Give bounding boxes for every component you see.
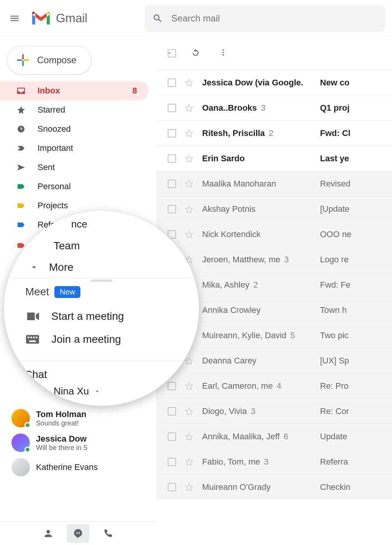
chat-contact[interactable]: Nina Xu: [54, 385, 101, 397]
row-checkbox[interactable]: [168, 104, 176, 112]
avatar: [11, 434, 30, 452]
email-subject: Fwd: Cl: [320, 128, 350, 138]
email-subject: [Update: [320, 204, 350, 214]
email-sender: Erin Sardo: [202, 154, 320, 164]
row-checkbox[interactable]: [168, 180, 176, 188]
row-checkbox[interactable]: [168, 79, 176, 87]
star-button[interactable]: [185, 457, 194, 466]
chat-contact[interactable]: Katherine Evans: [11, 455, 149, 480]
star-button[interactable]: [185, 129, 194, 138]
join-meeting-button[interactable]: Join a meeting: [26, 333, 121, 345]
search-icon: [152, 13, 163, 24]
row-checkbox[interactable]: [168, 154, 176, 163]
presence-dot: [31, 395, 37, 401]
chat-contact[interactable]: Jessica Dow Will be there in 5: [11, 430, 149, 455]
email-row[interactable]: Fabio, Tom, me 3Referra: [156, 449, 392, 474]
email-row[interactable]: Ritesh, Priscilla 2Fwd: Cl: [156, 120, 392, 146]
sidebar-item-important[interactable]: Important: [0, 139, 149, 158]
chevron-down-icon: [167, 51, 172, 56]
svg-rect-1: [22, 61, 24, 66]
email-subject: Re: Pro: [320, 381, 349, 391]
search-input[interactable]: [172, 13, 377, 24]
email-row[interactable]: Nick KortendickOOO ne: [156, 221, 392, 247]
email-row[interactable]: Jeroen, Matthew, me 3Logo re: [156, 247, 392, 272]
star-button[interactable]: [185, 78, 194, 87]
star-button[interactable]: [185, 483, 194, 492]
email-row[interactable]: Earl, Cameron, me 4Re: Pro: [156, 373, 392, 398]
row-checkbox[interactable]: [168, 129, 176, 137]
row-checkbox[interactable]: [168, 407, 176, 416]
start-meeting-button[interactable]: Start a meeting: [26, 310, 124, 322]
chat-contact-name: Nina Xu: [54, 385, 89, 397]
email-sender: Ritesh, Priscilla 2: [202, 128, 320, 138]
contacts-button[interactable]: [37, 524, 59, 543]
email-row[interactable]: Oana..Brooks 3Q1 proj: [156, 95, 392, 120]
star-button[interactable]: [185, 381, 194, 391]
star-icon: [16, 105, 26, 115]
refresh-icon: [191, 47, 201, 57]
partial-text: nce: [71, 218, 87, 230]
main-menu-icon[interactable]: [7, 11, 22, 26]
star-button[interactable]: [185, 356, 194, 365]
star-button[interactable]: [185, 230, 194, 239]
sidebar-item-inbox[interactable]: Inbox 8: [0, 81, 149, 100]
sidebar-more[interactable]: More: [29, 261, 74, 273]
chat-section: Tom Holman Sounds great! Jessica Dow Wil…: [11, 406, 149, 480]
divider: [4, 361, 199, 361]
sidebar-item-snoozed[interactable]: Snoozed: [0, 119, 149, 139]
hangouts-button[interactable]: [67, 524, 89, 543]
compose-button[interactable]: Compose: [7, 46, 92, 74]
important-icon: [16, 143, 26, 153]
svg-point-6: [222, 52, 224, 53]
row-checkbox[interactable]: [168, 230, 176, 239]
email-sender: Oana..Brooks 3: [202, 103, 320, 113]
search-bar[interactable]: [145, 5, 385, 32]
select-all[interactable]: [168, 49, 172, 57]
email-row[interactable]: Diogo, Vivia 3Re: Cor: [156, 398, 392, 424]
sidebar-item-starred[interactable]: Starred: [0, 100, 149, 119]
row-checkbox[interactable]: [168, 382, 176, 390]
email-row[interactable]: Jessica Dow (via Google.New co: [156, 70, 392, 95]
header: Gmail: [0, 0, 392, 37]
star-button[interactable]: [185, 154, 194, 163]
email-sender: Akshay Potnis: [202, 204, 320, 214]
row-checkbox[interactable]: [168, 483, 176, 491]
join-meeting-label: Join a meeting: [51, 333, 121, 345]
gmail-logo[interactable]: Gmail: [31, 11, 87, 26]
sidebar-item-projects[interactable]: Projects: [0, 196, 149, 215]
clock-icon: [16, 124, 26, 134]
sidebar-item-sent[interactable]: Sent: [0, 158, 149, 177]
email-row[interactable]: Erin SardoLast ye: [156, 146, 392, 171]
chat-contact[interactable]: Tom Holman Sounds great!: [11, 406, 149, 430]
star-button[interactable]: [185, 205, 194, 214]
email-row[interactable]: Akshay Potnis[Update: [156, 196, 392, 221]
email-row[interactable]: Annika, Maalika, Jeff 6Update: [156, 424, 392, 449]
row-checkbox[interactable]: [168, 458, 176, 466]
divider: [4, 278, 199, 278]
presence-dot: [24, 447, 31, 453]
gmail-m-icon: [31, 11, 51, 26]
sidebar-item-personal[interactable]: Personal: [0, 177, 149, 196]
drag-handle[interactable]: [91, 280, 112, 282]
refresh-button[interactable]: [191, 47, 201, 59]
meet-section-header: Meet New: [25, 286, 80, 298]
label-green-icon: [16, 182, 26, 191]
svg-rect-2: [17, 59, 22, 61]
keyboard-icon: [26, 334, 39, 345]
star-button[interactable]: [185, 179, 194, 188]
star-button[interactable]: [185, 103, 194, 113]
sidebar-item-team[interactable]: Team: [54, 240, 80, 252]
row-checkbox[interactable]: [168, 205, 176, 213]
email-row[interactable]: Muireann O'GradyCheckin: [156, 474, 392, 499]
more-button[interactable]: [219, 48, 227, 58]
presence-dot: [24, 422, 31, 428]
phone-button[interactable]: [97, 524, 119, 543]
star-button[interactable]: [185, 432, 194, 441]
email-sender: Annika Crowley: [202, 305, 320, 315]
email-row[interactable]: Deanna Carey[UX] Sp: [156, 348, 392, 373]
email-subject: Referra: [320, 457, 348, 467]
email-row[interactable]: Maalika ManoharanRevised: [156, 171, 392, 196]
row-checkbox[interactable]: [168, 432, 176, 441]
sent-icon: [16, 162, 26, 172]
star-button[interactable]: [185, 407, 194, 416]
